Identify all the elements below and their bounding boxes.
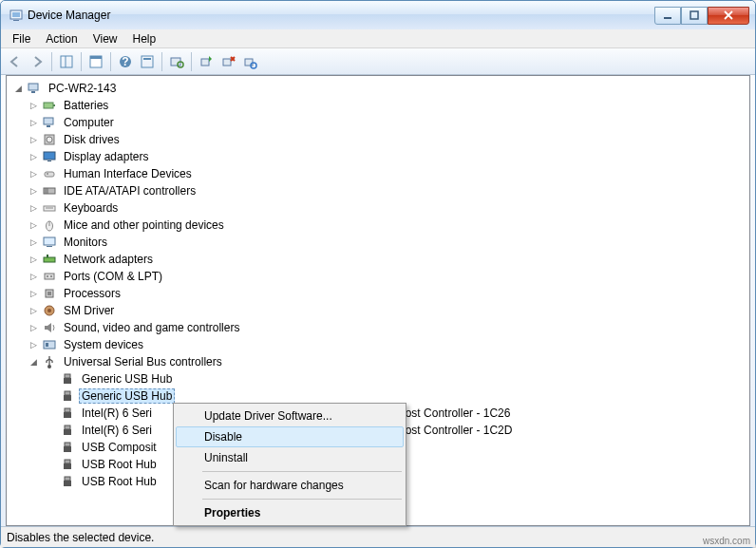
expand-toggle[interactable] [44,371,60,387]
disable-button[interactable] [217,51,238,72]
expand-toggle[interactable]: ▷ [26,303,42,319]
usb-device-icon [60,474,75,489]
update-driver-button[interactable] [196,51,217,72]
tree-row[interactable]: ▷Ports (COM & LPT) [9,268,747,285]
expand-toggle[interactable]: ◢ [26,354,42,370]
tree-row[interactable]: Generic USB Hub [9,370,747,387]
menubar: File Action View Help [1,29,755,48]
expand-toggle[interactable]: ▷ [26,200,42,217]
expand-toggle[interactable]: ▷ [26,166,42,182]
toolbar: ? [1,48,755,75]
expand-toggle[interactable]: ▷ [26,217,42,234]
minimize-button[interactable] [654,7,681,25]
help-button[interactable]: ? [115,51,136,72]
expand-toggle[interactable]: ▷ [26,269,42,285]
menu-view[interactable]: View [85,30,125,47]
status-bar: Disables the selected device. [1,526,755,547]
svg-rect-59 [64,429,71,435]
svg-rect-56 [65,408,70,412]
usb-device-icon [60,388,75,404]
tree-row[interactable]: ▷Computer [9,114,747,131]
tree-row[interactable]: ▷Sound, video and game controllers [9,319,747,336]
forward-button[interactable] [27,51,47,72]
back-button[interactable] [5,51,26,72]
svg-rect-55 [64,395,71,401]
menu-help[interactable]: Help [125,30,164,47]
svg-point-43 [47,275,48,277]
expand-toggle[interactable]: ▷ [26,183,42,199]
svg-rect-3 [664,17,671,19]
expand-toggle[interactable] [44,457,60,473]
tree-row[interactable]: ▷Processors [9,285,747,302]
scan-button[interactable] [166,51,187,72]
expand-toggle[interactable] [44,423,60,439]
expand-toggle[interactable] [44,406,60,422]
tree-row[interactable]: ▷Disk drives [9,131,747,148]
properties-button[interactable] [85,51,106,72]
menu-file[interactable]: File [5,30,38,47]
monitor-icon [42,235,57,250]
svg-rect-2 [13,20,19,21]
svg-rect-24 [47,125,50,127]
expand-toggle[interactable] [44,440,60,456]
tree-label: Display adapters [61,149,151,164]
ctx-scan[interactable]: Scan for hardware changes [176,475,404,496]
show-hide-tree-button[interactable] [56,51,77,72]
tree-row[interactable]: ▷Mice and other pointing devices [9,217,747,234]
tree-label: SM Driver [61,303,117,318]
usb-device-icon [60,423,75,438]
tree-row[interactable]: ▷Display adapters [9,148,747,165]
action-button[interactable] [137,51,158,72]
expand-toggle[interactable]: ◢ [10,81,27,97]
svg-rect-58 [65,425,70,429]
svg-rect-62 [65,460,70,463]
tree-label: USB Composit [79,440,160,455]
expand-toggle[interactable]: ▷ [26,98,42,114]
titlebar[interactable]: Device Manager [1,1,755,29]
tree-row[interactable]: ▷System devices [9,336,747,353]
svg-rect-53 [64,378,71,384]
expand-toggle[interactable]: ▷ [26,337,42,353]
expand-toggle[interactable]: ▷ [26,115,42,131]
tree-row[interactable]: ▷Network adapters [9,251,747,268]
tree-label: Intel(R) 6 Seri [79,423,155,438]
watermark: wsxdn.com [703,536,750,546]
tree-row[interactable]: ▷Monitors [9,234,747,251]
ctx-update-driver[interactable]: Update Driver Software... [176,406,404,426]
computer-icon [42,115,57,130]
close-button[interactable] [708,7,749,25]
ctx-uninstall[interactable]: Uninstall [176,447,404,468]
svg-point-30 [47,173,48,175]
usb-device-icon [60,406,75,421]
ctx-properties[interactable]: Properties [176,502,404,523]
expand-toggle[interactable]: ▷ [26,286,42,302]
tree-row[interactable]: ◢PC-WR2-143 [9,80,747,97]
svg-rect-16 [223,59,231,66]
tree-row[interactable]: ◢Universal Serial Bus controllers [9,353,747,370]
tree-row[interactable]: ▷Keyboards [9,199,747,217]
expand-toggle[interactable]: ▷ [26,320,42,336]
tree-row[interactable]: ▷SM Driver [9,302,747,319]
expand-toggle[interactable]: ▷ [26,132,42,148]
tree-row[interactable]: ▷Batteries [9,97,747,114]
expand-toggle[interactable] [44,388,60,405]
mouse-icon [42,217,57,233]
maximize-button[interactable] [681,7,708,25]
expand-toggle[interactable] [44,474,60,490]
ctx-disable[interactable]: Disable [176,426,404,447]
svg-rect-65 [64,481,71,486]
uninstall-button[interactable] [239,51,260,72]
menu-action[interactable]: Action [38,30,85,47]
expand-toggle[interactable]: ▷ [26,149,42,165]
tree-label: Generic USB Hub [79,371,175,387]
battery-icon [42,98,57,113]
tree-label: PC-WR2-143 [46,81,119,96]
expand-toggle[interactable]: ▷ [26,252,42,268]
svg-rect-57 [64,412,71,418]
svg-rect-11 [142,56,153,67]
expand-toggle[interactable]: ▷ [26,235,42,251]
tree-label: Batteries [61,98,111,113]
tree-row[interactable]: ▷IDE ATA/ATAPI controllers [9,182,747,199]
tree-row[interactable]: ▷Human Interface Devices [9,165,747,182]
svg-rect-54 [65,391,70,395]
